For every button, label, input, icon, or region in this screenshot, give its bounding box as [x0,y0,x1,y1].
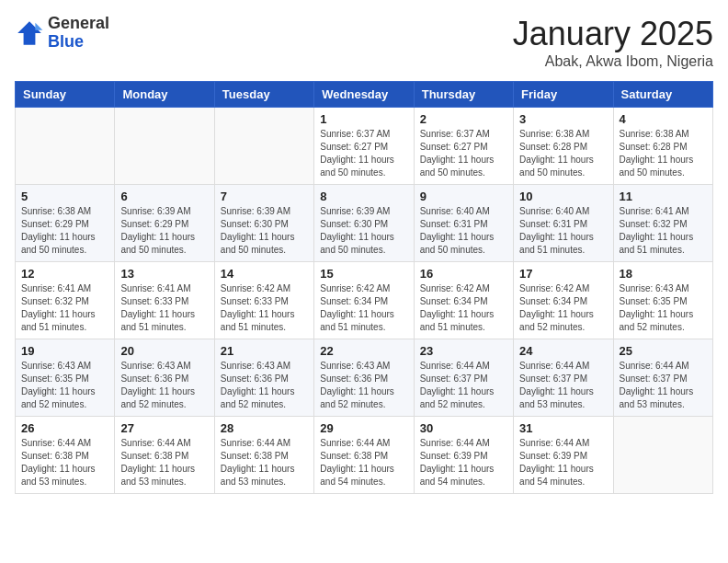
calendar-cell: 14Sunrise: 6:42 AMSunset: 6:33 PMDayligh… [214,262,313,339]
day-number: 27 [120,421,208,435]
day-info: Sunrise: 6:38 AMSunset: 6:28 PMDaylight:… [620,128,707,179]
day-number: 5 [21,190,108,203]
day-number: 24 [519,344,607,358]
day-info: Sunrise: 6:44 AMSunset: 6:39 PMDaylight:… [420,437,507,488]
day-info: Sunrise: 6:44 AMSunset: 6:37 PMDaylight:… [519,360,607,411]
calendar-week-row: 12Sunrise: 6:41 AMSunset: 6:32 PMDayligh… [16,262,713,339]
calendar-week-row: 19Sunrise: 6:43 AMSunset: 6:35 PMDayligh… [16,339,713,417]
logo: General Blue [15,15,109,52]
calendar-header-row: SundayMondayTuesdayWednesdayThursdayFrid… [16,82,713,108]
day-number: 17 [519,267,607,281]
calendar-cell [214,108,313,185]
day-number: 19 [21,344,108,358]
calendar-cell: 30Sunrise: 6:44 AMSunset: 6:39 PMDayligh… [414,417,513,494]
calendar-cell: 31Sunrise: 6:44 AMSunset: 6:39 PMDayligh… [514,417,613,494]
day-number: 8 [320,190,407,203]
day-info: Sunrise: 6:39 AMSunset: 6:29 PMDaylight:… [120,205,208,257]
day-info: Sunrise: 6:41 AMSunset: 6:32 PMDaylight:… [21,282,108,334]
day-info: Sunrise: 6:39 AMSunset: 6:30 PMDaylight:… [221,205,308,257]
calendar-cell: 2Sunrise: 6:37 AMSunset: 6:27 PMDaylight… [414,108,513,185]
calendar-cell: 5Sunrise: 6:38 AMSunset: 6:29 PMDaylight… [16,185,115,262]
logo-icon [15,18,44,48]
day-info: Sunrise: 6:37 AMSunset: 6:27 PMDaylight:… [320,128,407,179]
calendar-cell: 4Sunrise: 6:38 AMSunset: 6:28 PMDaylight… [613,108,712,185]
day-number: 16 [420,267,507,281]
day-number: 9 [420,190,507,203]
calendar-table: SundayMondayTuesdayWednesdayThursdayFrid… [15,81,713,494]
day-number: 30 [420,421,507,435]
calendar-cell: 26Sunrise: 6:44 AMSunset: 6:38 PMDayligh… [16,417,115,494]
calendar-week-row: 1Sunrise: 6:37 AMSunset: 6:27 PMDaylight… [16,108,713,185]
day-info: Sunrise: 6:42 AMSunset: 6:34 PMDaylight:… [519,282,607,334]
day-number: 11 [620,190,707,203]
day-info: Sunrise: 6:44 AMSunset: 6:38 PMDaylight:… [21,437,108,488]
day-info: Sunrise: 6:43 AMSunset: 6:36 PMDaylight:… [320,360,407,411]
day-info: Sunrise: 6:44 AMSunset: 6:38 PMDaylight:… [221,437,308,488]
day-number: 10 [519,190,607,203]
weekday-header-saturday: Saturday [613,82,712,108]
day-info: Sunrise: 6:43 AMSunset: 6:35 PMDaylight:… [620,282,707,334]
day-number: 6 [120,190,208,203]
location-title: Abak, Akwa Ibom, Nigeria [513,53,713,70]
month-title: January 2025 [513,15,713,53]
day-number: 7 [221,190,308,203]
calendar-cell: 10Sunrise: 6:40 AMSunset: 6:31 PMDayligh… [514,185,613,262]
calendar-cell: 13Sunrise: 6:41 AMSunset: 6:33 PMDayligh… [115,262,214,339]
day-number: 28 [221,421,308,435]
day-info: Sunrise: 6:44 AMSunset: 6:39 PMDaylight:… [519,437,607,488]
calendar-cell: 17Sunrise: 6:42 AMSunset: 6:34 PMDayligh… [514,262,613,339]
calendar-cell: 8Sunrise: 6:39 AMSunset: 6:30 PMDaylight… [314,185,414,262]
day-number: 15 [320,267,407,281]
calendar-cell: 7Sunrise: 6:39 AMSunset: 6:30 PMDaylight… [214,185,313,262]
day-number: 31 [519,421,607,435]
day-info: Sunrise: 6:40 AMSunset: 6:31 PMDaylight:… [519,205,607,257]
day-number: 18 [620,267,707,281]
day-number: 25 [620,344,707,358]
day-info: Sunrise: 6:39 AMSunset: 6:30 PMDaylight:… [320,205,407,257]
logo-general-text: General [48,14,109,32]
calendar-cell: 19Sunrise: 6:43 AMSunset: 6:35 PMDayligh… [16,339,115,417]
calendar-cell [613,417,712,494]
day-info: Sunrise: 6:43 AMSunset: 6:36 PMDaylight:… [120,360,208,411]
day-info: Sunrise: 6:42 AMSunset: 6:34 PMDaylight:… [320,282,407,334]
day-info: Sunrise: 6:40 AMSunset: 6:31 PMDaylight:… [420,205,507,257]
day-number: 22 [320,344,407,358]
page-header: General Blue January 2025 Abak, Akwa Ibo… [15,15,713,70]
calendar-week-row: 26Sunrise: 6:44 AMSunset: 6:38 PMDayligh… [16,417,713,494]
day-info: Sunrise: 6:44 AMSunset: 6:38 PMDaylight:… [320,437,407,488]
title-block: January 2025 Abak, Akwa Ibom, Nigeria [513,15,713,70]
day-number: 21 [221,344,308,358]
day-number: 13 [120,267,208,281]
day-info: Sunrise: 6:38 AMSunset: 6:29 PMDaylight:… [21,205,108,257]
calendar-cell: 15Sunrise: 6:42 AMSunset: 6:34 PMDayligh… [314,262,414,339]
weekday-header-sunday: Sunday [16,82,115,108]
calendar-cell: 21Sunrise: 6:43 AMSunset: 6:36 PMDayligh… [214,339,313,417]
calendar-cell: 25Sunrise: 6:44 AMSunset: 6:37 PMDayligh… [613,339,712,417]
calendar-cell: 12Sunrise: 6:41 AMSunset: 6:32 PMDayligh… [16,262,115,339]
day-number: 20 [120,344,208,358]
calendar-cell: 29Sunrise: 6:44 AMSunset: 6:38 PMDayligh… [314,417,414,494]
weekday-header-wednesday: Wednesday [314,82,414,108]
weekday-header-monday: Monday [115,82,214,108]
day-info: Sunrise: 6:43 AMSunset: 6:35 PMDaylight:… [21,360,108,411]
day-info: Sunrise: 6:43 AMSunset: 6:36 PMDaylight:… [221,360,308,411]
day-number: 14 [221,267,308,281]
day-info: Sunrise: 6:38 AMSunset: 6:28 PMDaylight:… [519,128,607,179]
day-number: 3 [519,112,607,126]
calendar-cell: 11Sunrise: 6:41 AMSunset: 6:32 PMDayligh… [613,185,712,262]
calendar-cell: 22Sunrise: 6:43 AMSunset: 6:36 PMDayligh… [314,339,414,417]
day-number: 12 [21,267,108,281]
calendar-cell: 24Sunrise: 6:44 AMSunset: 6:37 PMDayligh… [514,339,613,417]
day-info: Sunrise: 6:42 AMSunset: 6:34 PMDaylight:… [420,282,507,334]
calendar-cell: 6Sunrise: 6:39 AMSunset: 6:29 PMDaylight… [115,185,214,262]
day-number: 26 [21,421,108,435]
day-number: 2 [420,112,507,126]
calendar-cell: 1Sunrise: 6:37 AMSunset: 6:27 PMDaylight… [314,108,414,185]
day-number: 4 [620,112,707,126]
svg-marker-1 [35,23,42,30]
calendar-cell: 3Sunrise: 6:38 AMSunset: 6:28 PMDaylight… [514,108,613,185]
day-info: Sunrise: 6:42 AMSunset: 6:33 PMDaylight:… [221,282,308,334]
weekday-header-tuesday: Tuesday [214,82,313,108]
day-info: Sunrise: 6:41 AMSunset: 6:33 PMDaylight:… [120,282,208,334]
day-info: Sunrise: 6:44 AMSunset: 6:37 PMDaylight:… [620,360,707,411]
